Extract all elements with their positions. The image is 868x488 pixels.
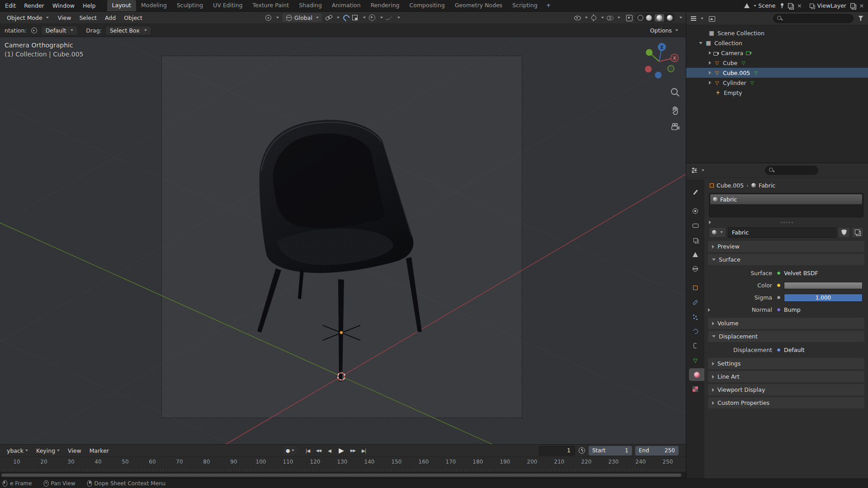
wireframe-shading-icon[interactable] xyxy=(637,15,643,21)
x-neg-axis-ball[interactable] xyxy=(645,66,652,73)
display-mode-icon[interactable] xyxy=(708,15,715,22)
new-scene-icon[interactable] xyxy=(787,2,794,9)
y-neg-axis-ball[interactable] xyxy=(668,66,674,72)
scene-selector[interactable]: Scene xyxy=(758,2,775,9)
gizmos-icon[interactable] xyxy=(590,14,597,21)
normal-select[interactable]: Bump xyxy=(777,306,863,313)
tab-world[interactable] xyxy=(686,263,704,275)
filter-icon[interactable] xyxy=(857,15,864,22)
pivot-point-icon[interactable] xyxy=(264,14,272,21)
tab-scene[interactable] xyxy=(686,248,704,261)
chair-object[interactable] xyxy=(257,120,422,381)
timeline-scrollbar[interactable] xyxy=(1,474,681,477)
pin-icon[interactable] xyxy=(778,2,786,9)
viewport-3d[interactable]: Camera Orthographic (1) Collection | Cub… xyxy=(0,37,686,444)
chevron-down-icon[interactable] xyxy=(276,17,279,19)
view-layer-selector[interactable]: ViewLayer xyxy=(817,2,846,9)
timeline-ruler[interactable]: 1020304050607080901001101201301401501601… xyxy=(0,456,686,472)
rendered-shading-icon[interactable] xyxy=(667,15,673,21)
mode-dropdown[interactable]: Object Mode xyxy=(4,14,52,22)
section-settings[interactable]: Settings xyxy=(708,358,864,369)
tab-uv-editing[interactable]: UV Editing xyxy=(208,0,247,11)
scene-collection-label[interactable]: Scene Collection xyxy=(717,30,764,37)
outliner-row-collection[interactable]: Collection xyxy=(686,38,868,48)
chevron-down-icon[interactable] xyxy=(601,17,604,19)
snap-toggle-icon[interactable] xyxy=(342,14,349,21)
outliner-row-camera[interactable]: Camera xyxy=(686,48,868,58)
outliner-row-empty[interactable]: Empty xyxy=(686,88,868,98)
menu-keying[interactable]: Keying xyxy=(32,445,64,456)
outliner-search-input[interactable] xyxy=(773,14,854,23)
zoom-button[interactable] xyxy=(668,86,682,99)
tab-tool[interactable] xyxy=(686,186,704,198)
play-button[interactable] xyxy=(335,446,347,455)
browse-material-dropdown[interactable] xyxy=(709,227,726,238)
tab-object[interactable] xyxy=(686,282,704,294)
section-volume[interactable]: Volume xyxy=(708,318,864,329)
add-workspace-button[interactable]: + xyxy=(542,0,554,11)
z-neg-axis-ball[interactable] xyxy=(655,72,662,79)
end-frame-field[interactable]: End 250 xyxy=(635,446,679,455)
breadcrumb-object[interactable]: Cube.005 xyxy=(717,182,744,189)
menu-marker[interactable]: Marker xyxy=(85,445,113,456)
next-keyframe-button[interactable] xyxy=(348,446,358,455)
menu-playback[interactable]: yback xyxy=(3,445,32,456)
outliner-row-scene-collection[interactable]: Scene Collection xyxy=(686,28,868,38)
solid-shading-icon[interactable] xyxy=(646,15,652,21)
tab-physics[interactable] xyxy=(686,325,704,338)
expand-arrow-icon[interactable] xyxy=(709,221,711,224)
menu-select[interactable]: Select xyxy=(75,14,101,21)
tab-sculpting[interactable]: Sculpting xyxy=(172,0,208,11)
new-view-layer-icon[interactable] xyxy=(849,2,857,9)
tab-texture-paint[interactable]: Texture Paint xyxy=(248,0,294,11)
y-axis-ball[interactable] xyxy=(646,49,653,56)
outliner-row-cube005[interactable]: Cube.005 xyxy=(686,68,868,78)
camera-data-icon[interactable] xyxy=(745,49,753,56)
tab-render[interactable] xyxy=(686,205,704,217)
overlays-icon[interactable] xyxy=(606,14,613,21)
tab-geometry-nodes[interactable]: Geometry Nodes xyxy=(450,0,507,11)
menu-view-timeline[interactable]: View xyxy=(64,445,85,456)
mesh-data-icon[interactable] xyxy=(752,69,760,76)
previous-frame-button[interactable] xyxy=(325,446,335,455)
properties-search-input[interactable] xyxy=(765,166,818,175)
expand-arrow-icon[interactable] xyxy=(708,308,710,312)
section-custom-properties[interactable]: Custom Properties xyxy=(708,397,864,408)
object-label[interactable]: Cube xyxy=(723,60,737,66)
menu-render[interactable]: Render xyxy=(20,0,48,11)
object-label[interactable]: Cylinder xyxy=(723,80,746,86)
tab-modeling[interactable]: Modeling xyxy=(136,0,172,11)
start-frame-field[interactable]: Start 1 xyxy=(589,446,632,455)
tab-scripting[interactable]: Scripting xyxy=(507,0,542,11)
close-scene-icon[interactable] xyxy=(796,2,803,9)
slot-resize-grip[interactable] xyxy=(704,219,868,225)
chevron-down-icon[interactable] xyxy=(754,5,756,7)
tab-compositing[interactable]: Compositing xyxy=(405,0,450,11)
breadcrumb-material[interactable]: Fabric xyxy=(759,182,775,189)
tab-texture[interactable] xyxy=(686,383,704,395)
chevron-down-icon[interactable] xyxy=(380,17,383,19)
fake-user-button[interactable] xyxy=(838,227,850,238)
displacement-select[interactable]: Default xyxy=(777,347,863,353)
chevron-down-icon[interactable] xyxy=(337,17,340,19)
chevron-down-icon[interactable] xyxy=(363,17,366,19)
object-label[interactable]: Cube.005 xyxy=(723,70,750,76)
tab-object-data[interactable] xyxy=(686,354,704,366)
object-label[interactable]: Empty xyxy=(724,89,742,96)
editor-type-icon[interactable] xyxy=(690,15,697,22)
menu-object[interactable]: Object xyxy=(120,14,146,21)
collapse-arrow-icon[interactable] xyxy=(699,42,703,44)
tab-material[interactable] xyxy=(689,368,704,381)
surface-shader-select[interactable]: Velvet BSDF xyxy=(777,270,863,277)
pan-hand-button[interactable] xyxy=(668,103,682,117)
menu-edit[interactable]: Edit xyxy=(1,0,20,11)
chevron-down-icon[interactable] xyxy=(585,17,588,19)
close-view-layer-icon[interactable] xyxy=(858,2,865,9)
options-dropdown[interactable]: Options xyxy=(647,26,681,35)
sigma-slider[interactable]: 1.000 xyxy=(784,294,863,302)
transform-orientation-dropdown[interactable]: Global xyxy=(282,13,322,23)
camera-view-button[interactable] xyxy=(668,120,682,134)
tab-output[interactable] xyxy=(686,219,704,232)
current-frame-field[interactable]: 1 xyxy=(539,446,575,455)
clock-icon[interactable] xyxy=(578,447,585,454)
